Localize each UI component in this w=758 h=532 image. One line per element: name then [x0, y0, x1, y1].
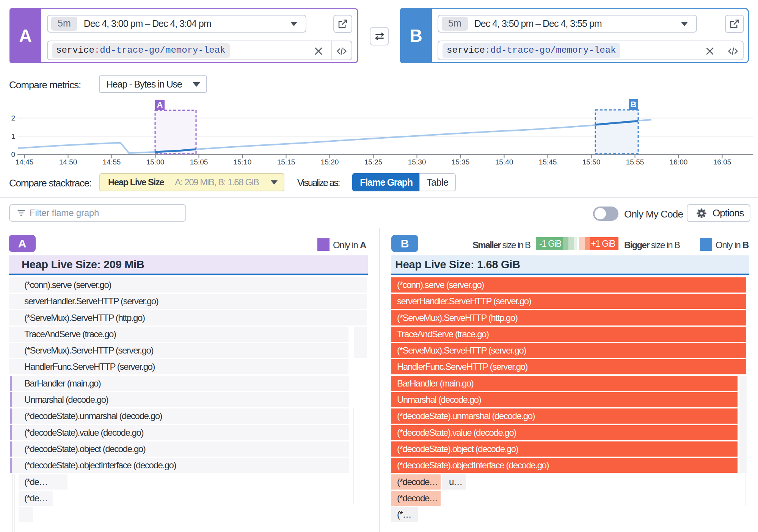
svg-text:15:35: 15:35 [452, 158, 470, 166]
svg-text:15:00: 15:00 [146, 158, 165, 166]
svg-text:15:55: 15:55 [626, 158, 644, 166]
svg-text:14:55: 14:55 [103, 158, 121, 166]
svg-text:2: 2 [11, 114, 15, 122]
svg-text:15:15: 15:15 [277, 158, 295, 166]
svg-text:16:00: 16:00 [670, 158, 688, 166]
svg-text:0: 0 [11, 150, 15, 158]
svg-text:15:10: 15:10 [234, 158, 252, 166]
svg-text:15:05: 15:05 [190, 158, 208, 166]
svg-text:15:45: 15:45 [539, 158, 557, 166]
svg-text:15:25: 15:25 [364, 158, 383, 166]
svg-text:B: B [631, 100, 637, 109]
svg-text:A: A [157, 100, 163, 110]
svg-text:15:20: 15:20 [321, 158, 339, 166]
svg-text:15:50: 15:50 [582, 158, 601, 166]
svg-text:14:45: 14:45 [16, 158, 34, 166]
svg-text:14:50: 14:50 [59, 158, 77, 166]
svg-text:16:05: 16:05 [713, 158, 731, 166]
svg-text:15:30: 15:30 [408, 158, 426, 166]
svg-text:15:40: 15:40 [495, 158, 513, 166]
svg-text:1: 1 [11, 132, 15, 140]
